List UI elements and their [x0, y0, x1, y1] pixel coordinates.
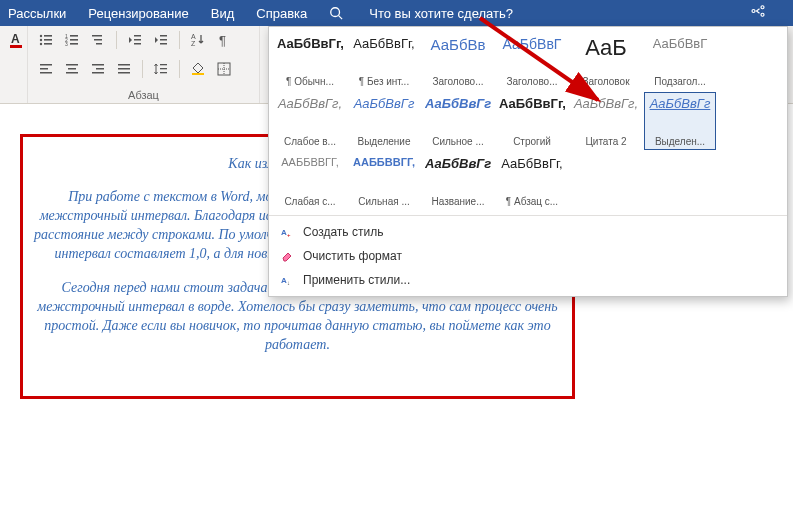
align-right-button[interactable] [88, 59, 108, 79]
style-tile-6[interactable]: АаБбВвГг,Слабое в... [274, 92, 346, 150]
svg-rect-41 [160, 68, 167, 69]
svg-rect-39 [118, 72, 130, 74]
style-sample: АаБбВвГг [647, 97, 713, 110]
style-sample: АаБбВвГг, [277, 37, 343, 50]
style-tile-9[interactable]: АаБбВвГг,Строгий [496, 92, 568, 150]
bullets-button[interactable] [36, 30, 56, 50]
eraser-icon [279, 248, 295, 264]
svg-text:Z: Z [191, 40, 196, 47]
style-name: Сильная ... [351, 196, 417, 207]
svg-rect-20 [134, 39, 141, 41]
svg-rect-13 [70, 39, 78, 41]
create-style-icon: A+ [279, 224, 295, 240]
menubar: Рассылки Рецензирование Вид Справка Что … [0, 0, 793, 26]
menu-help[interactable]: Справка [256, 6, 307, 21]
svg-text:+: + [287, 232, 291, 238]
multilevel-list-button[interactable] [88, 30, 108, 50]
apply-styles-menuitem[interactable]: A↓ Применить стили... [269, 268, 787, 292]
style-sample: АаБбВвГг, [351, 37, 417, 50]
font-color-group: A [0, 26, 28, 103]
svg-rect-33 [66, 72, 78, 74]
svg-rect-3 [10, 45, 22, 48]
svg-rect-42 [160, 72, 167, 73]
align-left-button[interactable] [36, 59, 56, 79]
svg-rect-22 [160, 35, 167, 37]
style-tile-0[interactable]: АаБбВвГг,¶ Обычн... [274, 32, 346, 90]
svg-rect-31 [66, 64, 78, 66]
style-tile-8[interactable]: АаБбВвГгСильное ... [422, 92, 494, 150]
show-marks-button[interactable]: ¶ [214, 30, 234, 50]
svg-rect-15 [70, 43, 78, 45]
svg-rect-30 [40, 72, 52, 74]
style-name: Заголовок [573, 76, 639, 87]
svg-rect-16 [92, 35, 102, 37]
svg-point-6 [40, 39, 42, 41]
apply-styles-label: Применить стили... [303, 273, 410, 287]
style-tile-10[interactable]: АаБбВвГг,Цитата 2 [570, 92, 642, 150]
borders-button[interactable] [214, 59, 234, 79]
decrease-indent-button[interactable] [125, 30, 145, 50]
style-tile-5[interactable]: АаБбВвГПодзагол... [644, 32, 716, 90]
style-sample: АаБбВвГ [647, 37, 713, 50]
svg-rect-34 [92, 64, 104, 66]
menu-view[interactable]: Вид [211, 6, 235, 21]
styles-gallery-dropdown: АаБбВвГг,¶ Обычн...АаБбВвГг,¶ Без инт...… [268, 26, 788, 297]
style-name: Строгий [499, 136, 565, 147]
svg-point-4 [40, 35, 42, 37]
style-tile-4[interactable]: АаБЗаголовок [570, 32, 642, 90]
svg-point-8 [40, 43, 42, 45]
align-center-button[interactable] [62, 59, 82, 79]
apply-styles-icon: A↓ [279, 272, 295, 288]
share-icon[interactable] [749, 2, 767, 20]
paragraph-group-label: Абзац [36, 87, 251, 101]
style-tile-12[interactable]: ААББВВГГ,Слабая с... [274, 152, 346, 210]
style-name: Заголово... [425, 76, 491, 87]
style-sample: АаБбВвГг, [499, 97, 565, 110]
style-name: Подзагол... [647, 76, 713, 87]
clear-format-menuitem[interactable]: Очистить формат [269, 244, 787, 268]
align-justify-button[interactable] [114, 59, 134, 79]
create-style-menuitem[interactable]: A+ Создать стиль [269, 220, 787, 244]
style-tile-14[interactable]: АаБбВвГгНазвание... [422, 152, 494, 210]
svg-text:A: A [191, 33, 196, 40]
style-tile-15[interactable]: АаБбВвГг,¶ Абзац с... [496, 152, 568, 210]
style-name: Выделение [351, 136, 417, 147]
style-tile-13[interactable]: ААББВВГГ,Сильная ... [348, 152, 420, 210]
style-name: Слабая с... [277, 196, 343, 207]
tell-me-search[interactable]: Что вы хотите сделать? [329, 6, 535, 21]
style-tile-1[interactable]: АаБбВвГг,¶ Без инт... [348, 32, 420, 90]
svg-rect-9 [44, 43, 52, 45]
svg-rect-23 [160, 39, 167, 41]
line-spacing-button[interactable] [151, 59, 171, 79]
style-sample: АаБбВвГг [425, 157, 491, 170]
svg-rect-5 [44, 35, 52, 37]
search-icon [329, 6, 343, 20]
style-sample: АаБбВвГг, [573, 97, 639, 110]
menu-review[interactable]: Рецензирование [88, 6, 188, 21]
style-sample: АаБбВвГг, [499, 157, 565, 170]
style-tile-3[interactable]: АаБбВвГЗаголово... [496, 32, 568, 90]
styles-menu: A+ Создать стиль Очистить формат A↓ Прим… [269, 215, 787, 296]
style-tile-7[interactable]: АаБбВвГгВыделение [348, 92, 420, 150]
style-tile-2[interactable]: АаБбВвЗаголово... [422, 32, 494, 90]
style-name: Цитата 2 [573, 136, 639, 147]
style-name: Сильное ... [425, 136, 491, 147]
tell-me-placeholder: Что вы хотите сделать? [369, 6, 513, 21]
numbering-button[interactable]: 123 [62, 30, 82, 50]
svg-rect-43 [192, 73, 204, 75]
font-color-button[interactable]: A [8, 30, 26, 50]
increase-indent-button[interactable] [151, 30, 171, 50]
style-name: ¶ Абзац с... [499, 196, 565, 207]
style-sample: АаБ [573, 37, 639, 59]
svg-point-0 [331, 8, 340, 17]
svg-text:3: 3 [65, 41, 68, 47]
svg-rect-36 [92, 72, 104, 74]
shading-button[interactable] [188, 59, 208, 79]
menu-mailings[interactable]: Рассылки [8, 6, 66, 21]
sort-button[interactable]: AZ [188, 30, 208, 50]
svg-rect-32 [68, 68, 76, 70]
svg-rect-11 [70, 35, 78, 37]
style-name: ¶ Обычн... [277, 76, 343, 87]
style-tile-11[interactable]: АаБбВвГгВыделен... [644, 92, 716, 150]
svg-rect-17 [94, 39, 102, 41]
